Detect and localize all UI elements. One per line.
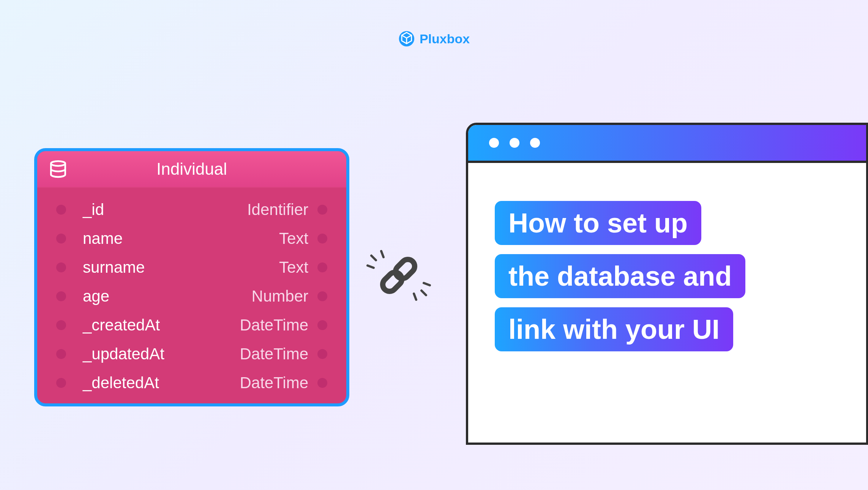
browser-content: How to set up the database and link with… [468, 163, 866, 389]
field-name: name [83, 229, 123, 248]
port-dot [317, 291, 327, 301]
field-name: surname [83, 258, 145, 277]
brand-name: Pluxbox [420, 32, 470, 46]
svg-line-4 [368, 266, 374, 268]
browser-window: How to set up the database and link with… [466, 123, 868, 445]
port-dot [56, 378, 66, 388]
port-dot [317, 262, 327, 272]
title-line-2: the database and [495, 254, 745, 298]
field-type: DateTime [240, 345, 309, 363]
port-dot [56, 291, 66, 301]
port-dot [56, 205, 66, 215]
database-field-row: surname Text [52, 253, 331, 282]
database-schema-card: Individual _id Identifier name Text surn… [34, 148, 349, 406]
field-type: Identifier [247, 201, 308, 219]
title-line-1: How to set up [495, 201, 701, 245]
field-name: _deletedAt [83, 374, 159, 392]
database-header: Individual [37, 151, 346, 188]
database-icon [49, 160, 68, 179]
field-type: DateTime [240, 374, 309, 392]
port-dot [317, 378, 327, 388]
database-field-row: name Text [52, 224, 331, 253]
field-type: DateTime [240, 316, 309, 334]
port-dot [56, 349, 66, 359]
database-field-row: _id Identifier [52, 195, 331, 224]
title-line-3: link with your UI [495, 307, 733, 351]
traffic-light-dot [530, 138, 540, 148]
svg-line-2 [371, 256, 376, 260]
database-field-row: age Number [52, 282, 331, 311]
port-dot [317, 349, 327, 359]
field-name: _createdAt [83, 316, 160, 334]
database-title: Individual [37, 160, 346, 179]
svg-point-1 [51, 161, 65, 166]
browser-titlebar [468, 125, 866, 163]
port-dot [56, 234, 66, 243]
database-field-row: _deletedAt DateTime [52, 368, 331, 397]
svg-line-6 [414, 294, 416, 300]
field-name: _updatedAt [83, 345, 164, 363]
port-dot [317, 205, 327, 215]
field-type: Number [252, 287, 308, 305]
traffic-light-dot [510, 138, 519, 148]
svg-line-3 [381, 251, 383, 257]
field-type: Text [279, 258, 308, 277]
port-dot [56, 262, 66, 272]
svg-line-5 [421, 291, 426, 295]
field-name: _id [83, 201, 104, 219]
svg-rect-8 [380, 269, 405, 294]
svg-line-7 [424, 283, 430, 285]
field-type: Text [279, 229, 308, 248]
traffic-light-dot [489, 138, 499, 148]
brand-logo: Pluxbox [398, 30, 470, 47]
cube-icon [398, 30, 415, 47]
svg-rect-9 [393, 257, 417, 281]
port-dot [317, 320, 327, 330]
link-icon [365, 249, 433, 302]
database-field-row: _createdAt DateTime [52, 311, 331, 340]
field-name: age [83, 287, 109, 305]
database-fields: _id Identifier name Text surname Text ag… [37, 188, 346, 405]
database-field-row: _updatedAt DateTime [52, 340, 331, 368]
port-dot [56, 320, 66, 330]
port-dot [317, 234, 327, 243]
